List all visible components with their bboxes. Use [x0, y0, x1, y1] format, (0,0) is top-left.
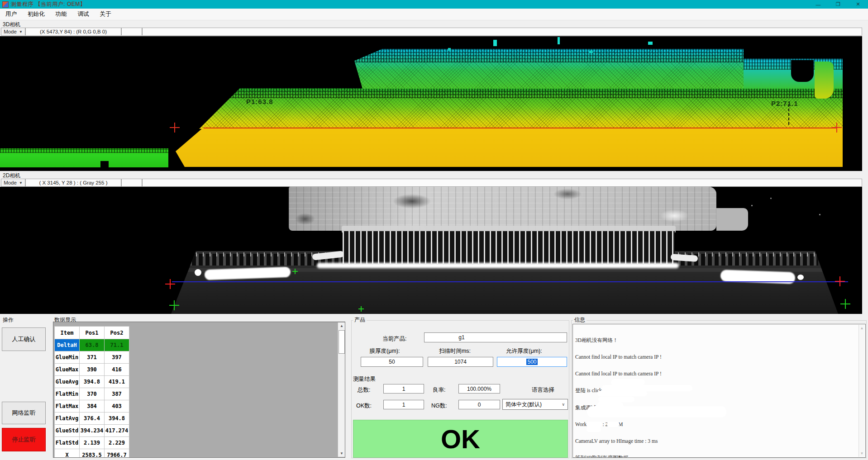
- scroll-up-icon[interactable]: ▲: [859, 325, 865, 332]
- camera3d-view[interactable]: P1:63.8 P2:71.1: [0, 36, 862, 171]
- table-header-row: Item Pos1 Pos2: [55, 327, 129, 339]
- cell-pos1[interactable]: 394.8: [80, 376, 105, 388]
- speck: [751, 205, 753, 206]
- cell-pos2[interactable]: 416: [105, 364, 129, 376]
- glue-dot: [797, 275, 804, 280]
- cell-pos1[interactable]: 370: [80, 388, 105, 400]
- scroll-up-icon[interactable]: ▲: [338, 322, 345, 329]
- cell-item[interactable]: DeltaH: [55, 339, 80, 351]
- film-thickness-field[interactable]: 50: [361, 357, 423, 367]
- pcb-smudge: [295, 213, 315, 225]
- manual-confirm-button[interactable]: 人工确认: [2, 327, 46, 351]
- cell-item[interactable]: GlueAvg: [55, 376, 80, 388]
- table-row[interactable]: GlueMax 390 416: [55, 364, 129, 376]
- cell-item[interactable]: FlatAvg: [55, 413, 80, 425]
- cell-pos2[interactable]: 2.229: [105, 437, 129, 449]
- camera2d-mode-button[interactable]: Mode ▼: [1, 179, 25, 187]
- cell-pos1[interactable]: 2.139: [80, 437, 105, 449]
- cell-pos2[interactable]: 397: [105, 351, 129, 364]
- scrollbar-thumb[interactable]: [339, 330, 345, 354]
- pcb-smudge: [553, 189, 582, 199]
- camera2d-view[interactable]: [0, 187, 862, 314]
- maximize-button[interactable]: ❐: [828, 0, 848, 9]
- cell-pos1[interactable]: 390: [80, 364, 105, 376]
- stop-listen-button[interactable]: 停止监听: [2, 428, 46, 451]
- yield-label: 良率:: [433, 386, 445, 394]
- cell-item[interactable]: FlatMax: [55, 400, 80, 413]
- measurement-table: Item Pos1 Pos2 DeltaH 63.8 71.1 GlueMin …: [54, 326, 129, 458]
- cell-pos2[interactable]: 419.1: [105, 376, 129, 388]
- product-section-label: 产品: [353, 316, 367, 324]
- camera3d-mode-button[interactable]: Mode ▼: [1, 28, 25, 36]
- close-button[interactable]: ✕: [848, 0, 868, 9]
- redaction-blob: [607, 422, 620, 427]
- cell-item[interactable]: GlueStd: [55, 425, 80, 437]
- language-selected-value: 简体中文(默认): [506, 401, 542, 408]
- p1-measurement-label: P1:63.8: [246, 98, 273, 105]
- allow-thickness-field[interactable]: 500: [497, 357, 567, 367]
- results-section-label: 测量结果: [353, 375, 376, 383]
- yield-field[interactable]: 100.000%: [458, 384, 500, 394]
- scroll-down-icon[interactable]: ▼: [338, 450, 345, 457]
- table-row[interactable]: FlatMax 384 403: [55, 400, 129, 413]
- connector-pins: [343, 231, 675, 264]
- cell-pos2[interactable]: 71.1: [105, 339, 129, 351]
- camera3d-pixel-readout: (X 5473,Y 84) : (R 0,G 0,B 0): [25, 28, 121, 36]
- camera2d-toolbar-segment: [121, 179, 142, 187]
- menu-init[interactable]: 初始化: [22, 9, 50, 20]
- scan-time-field[interactable]: 1074: [428, 357, 493, 367]
- measure-line-blue: [172, 281, 848, 282]
- cell-pos2[interactable]: 387: [105, 388, 129, 400]
- total-count-field[interactable]: 1: [383, 384, 424, 394]
- cell-pos1[interactable]: 2583.5: [80, 449, 105, 458]
- table-row[interactable]: FlatMin 370 387: [55, 388, 129, 400]
- menu-user[interactable]: 用户: [0, 9, 22, 20]
- crosshair-red-left: [170, 123, 180, 133]
- cell-pos1[interactable]: 376.4: [80, 413, 105, 425]
- ok-count-field[interactable]: 1: [383, 400, 424, 409]
- info-section-label: 信息: [573, 316, 587, 324]
- crosshair-red-right: [835, 276, 845, 286]
- language-select-dropdown[interactable]: 简体中文(默认) ∨: [502, 399, 568, 410]
- table-row[interactable]: FlatAvg 376.4 394.8: [55, 413, 129, 425]
- current-product-field[interactable]: g1: [424, 332, 567, 342]
- title-bar[interactable]: 测量程序 【当前用户: OEM】 — ❐ ✕: [0, 0, 868, 9]
- cell-pos2[interactable]: 417.274: [105, 425, 129, 437]
- cell-pos1[interactable]: 384: [80, 400, 105, 413]
- language-select-label: 语言选择: [518, 386, 568, 394]
- cell-item[interactable]: FlatStd: [55, 437, 80, 449]
- heightmap-notch: [100, 161, 109, 167]
- table-row[interactable]: GlueStd 394.234 417.274: [55, 425, 129, 437]
- table-row[interactable]: FlatStd 2.139 2.229: [55, 437, 129, 449]
- scroll-down-icon[interactable]: ▼: [859, 450, 865, 457]
- network-listen-button[interactable]: 网络监听: [2, 402, 46, 424]
- menu-debug[interactable]: 调试: [72, 9, 95, 20]
- menu-function[interactable]: 功能: [50, 9, 72, 20]
- table-row[interactable]: DeltaH 63.8 71.1: [55, 339, 129, 351]
- bright-band: [317, 263, 679, 268]
- table-row[interactable]: GlueMin 371 397: [55, 351, 129, 364]
- redaction-blob: [586, 422, 602, 427]
- glue-dot: [195, 269, 201, 276]
- camera3d-mode-label: Mode: [4, 29, 17, 34]
- minimize-button[interactable]: —: [808, 0, 828, 9]
- table-row[interactable]: GlueAvg 394.8 419.1: [55, 376, 129, 388]
- cell-item[interactable]: GlueMax: [55, 364, 80, 376]
- cell-pos1[interactable]: 371: [80, 351, 105, 364]
- cell-pos1[interactable]: 394.234: [80, 425, 105, 437]
- crosshair-green-small: [292, 269, 298, 274]
- cell-pos1[interactable]: 63.8: [80, 339, 105, 351]
- ng-count-field[interactable]: 0: [458, 400, 500, 409]
- cell-item[interactable]: X: [55, 449, 80, 458]
- log-scrollbar[interactable]: ▲ ▼: [858, 325, 865, 457]
- cell-item[interactable]: FlatMin: [55, 388, 80, 400]
- cell-pos2[interactable]: 7966.7: [105, 449, 129, 458]
- speck: [770, 198, 772, 199]
- table-row[interactable]: X 2583.5 7966.7: [55, 449, 129, 458]
- menu-about[interactable]: 关于: [95, 9, 117, 20]
- cell-pos2[interactable]: 403: [105, 400, 129, 413]
- table-scrollbar[interactable]: ▲ ▼: [338, 322, 345, 457]
- cell-pos2[interactable]: 394.8: [105, 413, 129, 425]
- measure-line-red: [204, 128, 837, 128]
- cell-item[interactable]: GlueMin: [55, 351, 80, 364]
